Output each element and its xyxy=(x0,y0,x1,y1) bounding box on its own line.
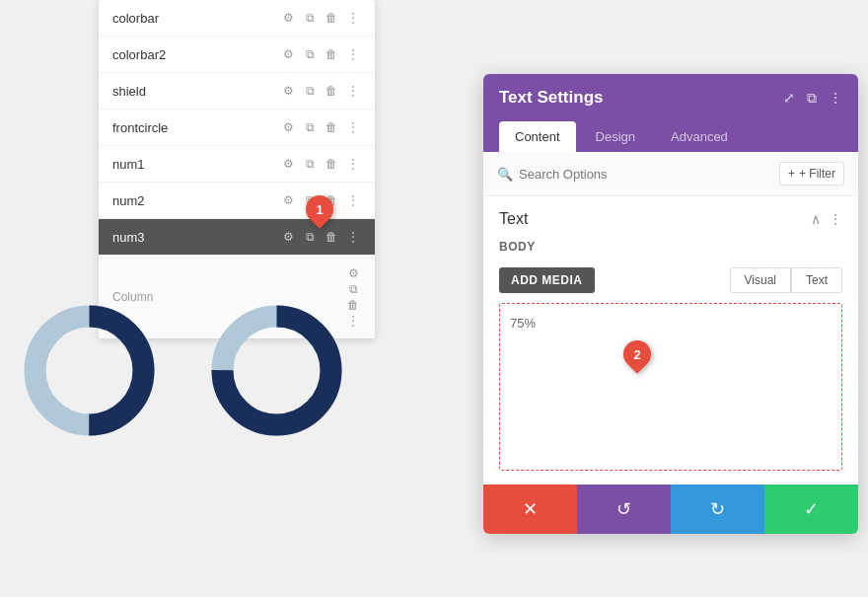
visual-toggle[interactable]: Visual xyxy=(730,267,791,293)
filter-icon: + xyxy=(788,167,795,181)
reset-icon: ↺ xyxy=(616,498,631,520)
copy-icon[interactable]: ⧉ xyxy=(302,10,318,26)
visual-text-toggle: Visual Text xyxy=(730,267,842,293)
layer-name-num1: num1 xyxy=(112,157,280,172)
more-icon[interactable]: ⋮ xyxy=(345,119,361,135)
section-more-icon[interactable]: ⋮ xyxy=(829,211,842,227)
layer-row-num1[interactable]: num1⚙⧉🗑⋮ xyxy=(99,146,375,183)
confirm-button[interactable]: ✓ xyxy=(764,485,858,534)
cancel-button[interactable]: ✕ xyxy=(483,485,577,534)
layer-icons-frontcircle: ⚙⧉🗑⋮ xyxy=(280,119,361,135)
layer-icons-colorbar: ⚙⧉🗑⋮ xyxy=(280,10,361,26)
panel-header: Text Settings ⤢ ⧉ ⋮ xyxy=(483,74,858,121)
filter-button[interactable]: + + Filter xyxy=(779,162,844,186)
layer-row-frontcircle[interactable]: frontcircle⚙⧉🗑⋮ xyxy=(99,110,375,146)
donut-chart-1 xyxy=(10,271,168,469)
settings-icon[interactable]: ⚙ xyxy=(280,156,296,172)
layer-name-colorbar: colorbar xyxy=(112,11,280,26)
delete-icon[interactable]: 🗑 xyxy=(324,46,339,62)
layer-row-shield[interactable]: shield⚙⧉🗑⋮ xyxy=(99,73,375,110)
text-section-title: Text xyxy=(499,210,528,228)
text-toggle[interactable]: Text xyxy=(791,267,842,293)
layer-icons-colorbar2: ⚙⧉🗑⋮ xyxy=(280,46,361,62)
more-options-icon[interactable]: ⋮ xyxy=(829,90,842,106)
copy-icon[interactable]: ⧉ xyxy=(302,156,318,172)
copy-icon[interactable]: ⧉ xyxy=(302,229,318,245)
settings-icon[interactable]: ⚙ xyxy=(280,10,296,26)
confirm-icon: ✓ xyxy=(804,498,819,520)
body-label: Body xyxy=(483,236,858,261)
more-icon[interactable]: ⋮ xyxy=(345,46,361,62)
layer-icons-shield: ⚙⧉🗑⋮ xyxy=(280,83,361,99)
more-icon[interactable]: ⋮ xyxy=(345,192,361,208)
delete-icon[interactable]: 🗑 xyxy=(324,229,339,245)
editor-content: 75% xyxy=(510,316,536,331)
more-icon[interactable]: ⋮ xyxy=(345,229,361,245)
panel-body: 🔍 + + Filter Text ∧ ⋮ Body ADD MEDIA Vis… xyxy=(483,152,858,485)
panel-tabs: Content Design Advanced xyxy=(483,121,858,152)
layer-name-num3: num3 xyxy=(112,230,280,245)
layer-row-num2[interactable]: num2⚙⧉🗑⋮ xyxy=(99,183,375,219)
copy-icon[interactable]: ⧉ xyxy=(302,119,318,135)
search-input[interactable] xyxy=(519,167,779,182)
panel-title: Text Settings xyxy=(499,88,603,108)
layer-name-num2: num2 xyxy=(112,193,280,208)
settings-icon[interactable]: ⚙ xyxy=(280,119,296,135)
reset-button[interactable]: ↺ xyxy=(577,485,671,534)
text-section-header: Text ∧ ⋮ xyxy=(483,196,858,236)
more-icon[interactable]: ⋮ xyxy=(345,83,361,99)
copy-icon[interactable]: ⧉ xyxy=(302,83,318,99)
tab-advanced[interactable]: Advanced xyxy=(655,121,744,152)
columns-icon[interactable]: ⧉ xyxy=(807,90,817,107)
redo-button[interactable]: ↻ xyxy=(671,485,764,534)
layer-icons-num3: ⚙⧉🗑⋮ xyxy=(280,229,361,245)
donut-chart-2 xyxy=(197,271,355,469)
delete-icon[interactable]: 🗑 xyxy=(324,83,339,99)
layer-row-num3[interactable]: num3⚙⧉🗑⋮ xyxy=(99,219,375,256)
delete-icon[interactable]: 🗑 xyxy=(324,119,339,135)
editor-area[interactable]: 75% xyxy=(499,303,842,471)
redo-icon: ↻ xyxy=(710,498,725,520)
layer-row-colorbar2[interactable]: colorbar2⚙⧉🗑⋮ xyxy=(99,37,375,73)
add-media-button[interactable]: ADD MEDIA xyxy=(499,267,595,293)
layer-row-colorbar[interactable]: colorbar⚙⧉🗑⋮ xyxy=(99,0,375,37)
more-icon[interactable]: ⋮ xyxy=(345,156,361,172)
tab-design[interactable]: Design xyxy=(580,121,651,152)
layer-name-colorbar2: colorbar2 xyxy=(112,47,280,62)
settings-icon[interactable]: ⚙ xyxy=(280,83,296,99)
layer-icons-num1: ⚙⧉🗑⋮ xyxy=(280,156,361,172)
panel-header-icons: ⤢ ⧉ ⋮ xyxy=(783,90,842,107)
settings-icon[interactable]: ⚙ xyxy=(280,229,296,245)
text-settings-panel: Text Settings ⤢ ⧉ ⋮ Content Design Advan… xyxy=(483,74,858,534)
copy-icon[interactable]: ⧉ xyxy=(302,46,318,62)
settings-icon[interactable]: ⚙ xyxy=(280,192,296,208)
cancel-icon: ✕ xyxy=(523,498,538,520)
action-bar: ✕ ↺ ↻ ✓ xyxy=(483,485,858,534)
expand-icon[interactable]: ⤢ xyxy=(783,90,795,106)
charts-area xyxy=(10,271,355,469)
search-bar: 🔍 + + Filter xyxy=(483,152,858,196)
section-controls: ∧ ⋮ xyxy=(811,211,842,227)
settings-icon[interactable]: ⚙ xyxy=(280,46,296,62)
delete-icon[interactable]: 🗑 xyxy=(324,156,339,172)
tab-content[interactable]: Content xyxy=(499,121,576,152)
layer-name-shield: shield xyxy=(112,84,280,99)
collapse-icon[interactable]: ∧ xyxy=(811,211,821,227)
more-icon[interactable]: ⋮ xyxy=(345,10,361,26)
layer-name-frontcircle: frontcircle xyxy=(112,120,280,135)
search-icon: 🔍 xyxy=(497,167,513,182)
editor-toolbar: ADD MEDIA Visual Text xyxy=(483,261,858,299)
delete-icon[interactable]: 🗑 xyxy=(324,10,339,26)
filter-label: + Filter xyxy=(799,167,835,181)
